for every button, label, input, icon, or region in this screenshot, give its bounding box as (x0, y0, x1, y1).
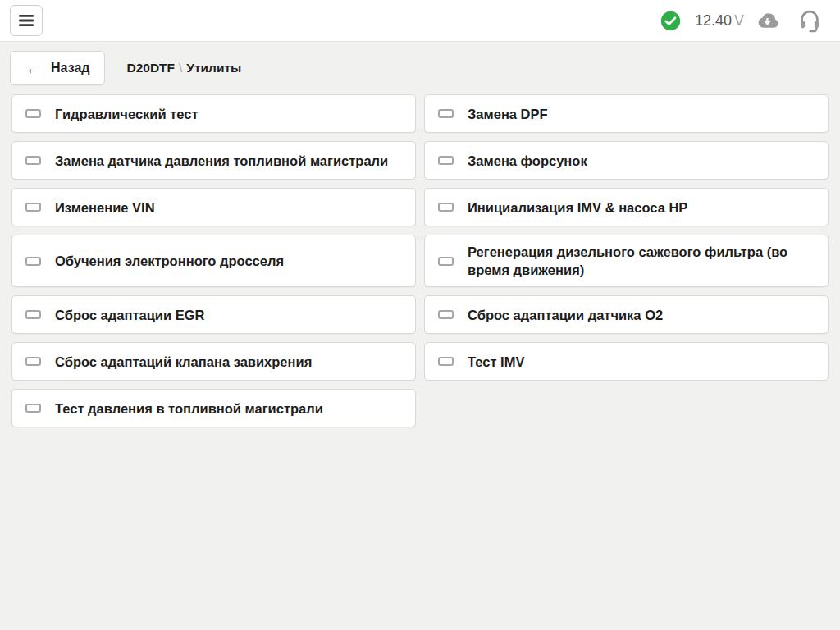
utility-label: Обучения электронного дросселя (55, 252, 284, 270)
module-icon (438, 257, 454, 266)
utility-label: Инициализация IMV & насоса HP (468, 199, 687, 217)
utility-dpf-regeneration-while-driving[interactable]: Регенерация дизельного сажевого фильтра … (424, 235, 829, 287)
module-icon (25, 404, 41, 413)
menu-button[interactable] (10, 5, 43, 36)
utility-rail-pressure-test[interactable]: Тест давления в топливной магистрали (11, 389, 416, 427)
utilities-grid: Гидравлический тест Замена DPF Замена да… (0, 94, 840, 427)
cloud-download-icon[interactable] (755, 11, 780, 30)
battery-voltage: 12.40V (695, 12, 744, 30)
module-icon (25, 156, 41, 165)
utility-hydraulic-test[interactable]: Гидравлический тест (11, 94, 416, 133)
utility-label: Сброс адаптации EGR (55, 306, 204, 324)
module-icon (25, 310, 41, 319)
module-icon (438, 310, 454, 319)
back-button[interactable]: ← Назад (10, 51, 105, 85)
utility-imv-test[interactable]: Тест IMV (424, 342, 829, 381)
breadcrumb-current: Утилиты (186, 61, 241, 75)
module-icon (438, 357, 454, 366)
utility-label: Замена датчика давления топливной магист… (55, 152, 388, 170)
arrow-left-icon: ← (25, 61, 41, 76)
module-icon (438, 109, 454, 118)
breadcrumb: D20DTF\Утилиты (126, 61, 241, 75)
breadcrumb-parent: D20DTF (126, 61, 175, 75)
module-icon (25, 203, 41, 212)
module-icon (25, 257, 41, 266)
utility-label: Регенерация дизельного сажевого фильтра … (468, 243, 804, 279)
topbar: 12.40V (0, 0, 840, 42)
breadcrumb-separator: \ (179, 61, 182, 75)
utility-imv-hp-pump-initialization[interactable]: Инициализация IMV & насоса HP (424, 188, 829, 226)
module-icon (25, 109, 41, 118)
utility-label: Изменение VIN (55, 199, 155, 217)
utility-swirl-valve-adaptation-reset[interactable]: Сброс адаптаций клапана завихрения (11, 342, 416, 381)
utility-label: Тест IMV (468, 353, 524, 371)
module-icon (438, 156, 454, 165)
utility-label: Сброс адаптации датчика O2 (468, 306, 663, 324)
utility-electronic-throttle-learning[interactable]: Обучения электронного дросселя (11, 235, 416, 287)
utility-injector-replacement[interactable]: Замена форсунок (424, 141, 829, 180)
utility-o2-sensor-adaptation-reset[interactable]: Сброс адаптации датчика O2 (424, 295, 829, 334)
back-button-label: Назад (51, 61, 89, 75)
module-icon (438, 203, 454, 212)
utility-rail-pressure-sensor-replacement[interactable]: Замена датчика давления топливной магист… (11, 141, 416, 180)
utility-label: Гидравлический тест (55, 105, 199, 123)
module-icon (25, 357, 41, 366)
utility-label: Замена DPF (468, 105, 548, 123)
utility-dpf-replacement[interactable]: Замена DPF (424, 94, 829, 133)
nav-row: ← Назад D20DTF\Утилиты (0, 42, 840, 94)
voltage-value: 12.40 (695, 12, 732, 29)
headset-icon[interactable] (799, 9, 820, 33)
utility-label: Сброс адаптаций клапана завихрения (55, 353, 312, 371)
check-circle-icon (660, 11, 681, 31)
hamburger-icon (19, 15, 34, 26)
utility-egr-adaptation-reset[interactable]: Сброс адаптации EGR (11, 295, 416, 334)
topbar-status-area: 12.40V (660, 9, 820, 33)
utility-vin-change[interactable]: Изменение VIN (11, 188, 416, 226)
voltage-unit: V (734, 12, 744, 29)
utility-label: Тест давления в топливной магистрали (55, 399, 323, 418)
utility-label: Замена форсунок (468, 152, 587, 170)
